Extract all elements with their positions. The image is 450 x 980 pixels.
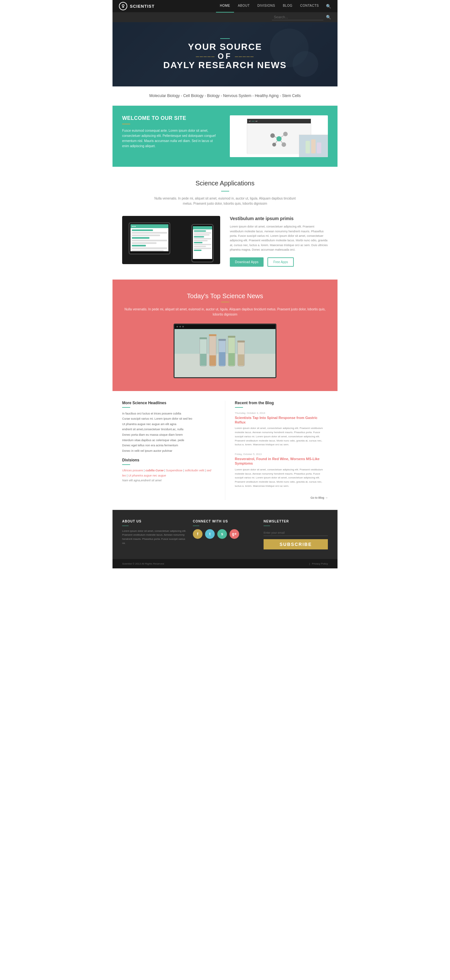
svg-point-8 (283, 132, 288, 136)
science-apps-subtitle: Nulla venenatis. In pede mi, aliquet sit… (151, 196, 299, 206)
phone-device (191, 224, 214, 262)
social-icons: f t s g+ (193, 529, 257, 539)
molecule-svg (266, 129, 292, 148)
divisions-title: Divisions (122, 458, 215, 462)
secondary-mockup-inner (299, 135, 327, 157)
list-item: Donec porta diam eu massa uisque diam lo… (122, 433, 215, 437)
headlines-accent (122, 407, 130, 408)
headlines-title: More Science Headlines (122, 401, 215, 405)
headlines-list: In faucibus orci luctus et trices posuer… (122, 412, 215, 453)
division-link[interactable]: Ultrices posuere (122, 469, 143, 472)
tablet-screen: ■ ■ ■ (131, 224, 168, 251)
welcome-image: cluster (230, 115, 328, 157)
blog-post-body: Lorem ipsum dolor sit amet, consectetuer… (235, 426, 328, 447)
svg-rect-31 (228, 336, 236, 338)
svg-rect-15 (317, 142, 321, 153)
news-accent (221, 302, 229, 302)
headlines-section: More Science Headlines In faucibus orci … (122, 401, 225, 500)
blog-accent (235, 407, 243, 408)
welcome-section: WELCOME TO OUR SITE Fusce euismod conseq… (113, 106, 337, 167)
divisions-extra: Nam elit agna,endrerit sit amet (122, 479, 162, 482)
gplus-icon[interactable]: g+ (230, 529, 239, 539)
logo-icon (119, 2, 127, 10)
news-video-bar (174, 325, 276, 329)
footer-connect: CONNECT WITH US f t s g+ (193, 520, 263, 549)
secondary-mockup (299, 135, 328, 157)
footer-bottom: Scientist © 2013 All Rights Reserved | P… (113, 559, 337, 568)
blog-title: Recent from the Blog (235, 401, 328, 405)
footer-about-text: Lorem ipsum dolor sit amet, consectetuer… (122, 529, 187, 546)
division-link-strong[interactable]: cubilia Curae (145, 469, 164, 472)
newsletter-email-input[interactable] (263, 530, 328, 536)
hero-section: YOUR SOURCE OF DAYLY RESEARCH NEWS (113, 22, 337, 86)
search-input[interactable] (272, 14, 323, 20)
svg-point-10 (282, 142, 286, 147)
list-item: In faucibus orci luctus et trices posuer… (122, 412, 215, 416)
division-link[interactable]: Suspendisse (166, 469, 183, 472)
footer-about: ABOUT US Lorem ipsum dolor sit amet, con… (122, 520, 193, 549)
apps-card-body: Lorem ipsum dolor sit amet, consectetuer… (230, 224, 328, 252)
free-apps-button[interactable]: Free Apps (267, 258, 294, 267)
divisions-accent (122, 464, 130, 465)
division-link[interactable]: sollicitudin velit (185, 469, 204, 472)
svg-rect-23 (200, 353, 206, 365)
blog-post-title[interactable]: Resveratrol, Found in Red Wine, Worsens … (235, 457, 328, 466)
subscribe-button[interactable]: SUBSCRIBE (263, 539, 328, 549)
navbar: SCIENTIST HOME ABOUT DIVISIONS BLOG CONT… (113, 0, 337, 12)
news-video (174, 324, 276, 378)
nav-item-divisions[interactable]: DIVISIONS (254, 0, 279, 13)
nav-item-blog[interactable]: BLOG (279, 0, 296, 13)
footer-about-accent (122, 526, 129, 526)
apps-content: ■ ■ ■ (122, 216, 328, 266)
categories-bar: Molecular Biology - Cell Biology - Biolo… (113, 86, 337, 106)
tablet-device: ■ ■ ■ (129, 222, 170, 255)
nav-links: HOME ABOUT DIVISIONS BLOG CONTACTS (216, 0, 323, 13)
logo[interactable]: SCIENTIST (119, 2, 155, 10)
welcome-title: WELCOME TO OUR SITE (122, 115, 220, 121)
svg-rect-13 (306, 141, 310, 154)
list-item: Interdum vitae.dapibus ac celerisque vit… (122, 438, 215, 442)
blog-post-title[interactable]: Scientists Tap Into Spinal Response from… (235, 415, 328, 425)
download-apps-button[interactable]: Download Apps (230, 258, 263, 267)
devices-placeholder: ■ ■ ■ (122, 216, 220, 264)
apps-devices: ■ ■ ■ (122, 216, 220, 264)
list-item: Curae suscipit varius mi. Lorem ipsum do… (122, 417, 215, 421)
footer: ABOUT US Lorem ipsum dolor sit amet, con… (113, 510, 337, 568)
blog-post-body: Lorem ipsum dolor sit amet, consectetuer… (235, 468, 328, 488)
svg-rect-30 (218, 339, 226, 340)
svg-point-9 (270, 134, 275, 138)
welcome-accent (122, 124, 130, 124)
footer-top: ABOUT US Lorem ipsum dolor sit amet, con… (122, 520, 328, 556)
footer-copyright: Scientist © 2013 All Rights Reserved (122, 562, 164, 565)
privacy-policy-link[interactable]: Privacy Policy (312, 562, 328, 565)
go-to-blog[interactable]: Go to Blog (235, 494, 328, 500)
search-icon[interactable]: 🔍 (326, 4, 331, 9)
list-item: Donec in velit vel ipsum auctor pulvinar (122, 449, 215, 453)
recent-blog-section: Recent from the Blog Thursday, October 3… (225, 401, 328, 500)
apps-info: Vestibulum ante ipsum primis Lorem ipsum… (230, 216, 328, 266)
svg-rect-25 (219, 352, 225, 366)
nav-item-about[interactable]: ABOUT (234, 0, 254, 13)
science-apps-accent (221, 191, 229, 191)
nav-item-home[interactable]: HOME (216, 0, 234, 13)
hero-accent-line (220, 38, 230, 39)
science-apps-section: Science Applications Nulla venenatis. In… (113, 167, 337, 279)
news-title: Today's Top Science News (122, 293, 328, 300)
welcome-body: Fusce euismod consequat ante. Lorem ipsu… (122, 128, 220, 149)
search-bar: 🔍 (113, 12, 337, 22)
search-submit-icon[interactable]: 🔍 (326, 15, 331, 20)
twitter-icon[interactable]: t (205, 529, 215, 539)
cluster-nav: cluster (247, 119, 311, 123)
svg-rect-26 (228, 353, 235, 366)
facebook-icon[interactable]: f (193, 529, 203, 539)
blog-post-date: Thursday, October 3, 2013 (235, 412, 328, 415)
division-link[interactable]: Ut pharetra augue nec augue (128, 474, 166, 477)
go-to-blog-link[interactable]: Go to Blog (311, 496, 328, 499)
blog-post-date: Friday, October 5, 2013 (235, 453, 328, 456)
skype-icon[interactable]: s (217, 529, 227, 539)
science-apps-title: Science Applications (122, 180, 328, 187)
nav-item-contacts[interactable]: CONTACTS (296, 0, 323, 13)
footer-about-title: ABOUT US (122, 520, 187, 523)
phone-screen (193, 226, 212, 259)
svg-rect-27 (238, 354, 244, 365)
